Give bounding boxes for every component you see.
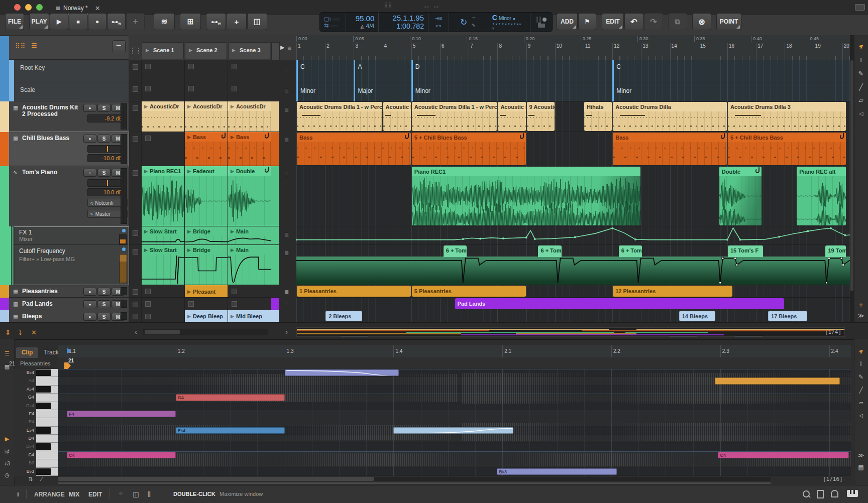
- undo-button[interactable]: ↶: [624, 13, 643, 30]
- arranger-clip[interactable]: Piano REC1: [412, 167, 641, 225]
- track-activity-icon[interactable]: ≣: [284, 65, 289, 72]
- track-header-padlands[interactable]: ▦Pad Lands●SM: [9, 298, 129, 310]
- arranger-play-icon[interactable]: ▶: [280, 44, 284, 51]
- grid-row-bleeps[interactable]: [296, 310, 850, 322]
- launcher-clip[interactable]: ▶AcousticDr: [185, 101, 228, 132]
- file-icon[interactable]: [817, 490, 824, 498]
- mode-edit[interactable]: EDIT: [88, 491, 102, 498]
- launcher-clip[interactable]: ▶Bass: [228, 132, 271, 166]
- vertical-zoom-icon[interactable]: ⇅: [28, 476, 33, 482]
- edit-menu-button[interactable]: EDIT: [602, 13, 624, 30]
- launcher-clip[interactable]: ▶Bridge: [185, 226, 228, 245]
- stop-cell[interactable]: [129, 298, 142, 310]
- dual-display-button[interactable]: ◫: [247, 13, 267, 30]
- accidentals-icon[interactable]: ♭♯: [0, 448, 14, 455]
- key-section[interactable]: C Minor ● ∘•∘∘•∘•∘•• ▾: [488, 13, 531, 32]
- arranger-clip[interactable]: Hihats: [584, 102, 612, 131]
- track-activity-icon[interactable]: ≣: [284, 171, 289, 178]
- midi-note[interactable]: E♭4: [176, 427, 285, 434]
- key-marker-scale[interactable]: Major: [358, 87, 373, 94]
- piano-key-black[interactable]: [36, 427, 51, 434]
- automation-write-button[interactable]: ⊶w: [107, 13, 126, 30]
- piano-key-white[interactable]: [36, 394, 58, 402]
- loop-section[interactable]: ↻ ⌒∿: [449, 13, 488, 32]
- file-menu-button[interactable]: FILE: [5, 13, 24, 30]
- arranger-clip[interactable]: 15 Tom's F: [728, 245, 763, 257]
- close-tab-icon[interactable]: ✕: [95, 5, 100, 12]
- punch-section[interactable]: ▢ı ⇆: [320, 13, 346, 32]
- point-button[interactable]: POINT: [716, 13, 741, 30]
- record-arm-button[interactable]: ●: [83, 288, 96, 296]
- key-marker-scale[interactable]: Minor: [300, 87, 315, 94]
- show-automation-button[interactable]: ⊶: [113, 40, 126, 52]
- track-activity-icon[interactable]: ≣: [284, 137, 289, 144]
- vscroll-thumb[interactable]: [850, 60, 853, 291]
- clip-play-icon[interactable]: ▶: [187, 135, 191, 140]
- mode-arrange[interactable]: ARRANGE: [34, 491, 65, 498]
- info-icon[interactable]: i: [17, 490, 19, 498]
- scene-header[interactable]: ▶Scene 1: [142, 42, 184, 59]
- editor-zoom-line[interactable]: [58, 482, 771, 484]
- launcher-clip[interactable]: ▶Main: [228, 245, 271, 285]
- midi-note[interactable]: [715, 378, 840, 384]
- midi-note[interactable]: F4: [67, 411, 176, 417]
- clip-slot[interactable]: [142, 298, 185, 310]
- track-header-drums[interactable]: ▦Acoustic Drums Kit 2 Processed●SM-9.2 d…: [9, 101, 129, 132]
- grid-row-rootkey[interactable]: [296, 60, 850, 82]
- track-header-pleasantries[interactable]: ▦Pleasantries●SM: [9, 285, 129, 298]
- clip-slot[interactable]: [142, 285, 185, 298]
- redo-button[interactable]: ↷: [644, 13, 663, 30]
- piano-key-white[interactable]: [36, 451, 58, 459]
- track-activity-icon[interactable]: ≣: [284, 106, 289, 113]
- launcher-clip[interactable]: ▶Deep Bleep: [185, 310, 228, 322]
- arranger-clip[interactable]: 6 + Tom: [538, 245, 562, 257]
- piano-keyboard-icon[interactable]: [847, 490, 858, 497]
- hscroll-thumb[interactable]: [145, 330, 180, 334]
- time-select-tool-icon[interactable]: I: [854, 56, 868, 64]
- solo-button[interactable]: S: [97, 169, 111, 177]
- duplicate-button[interactable]: ⧉: [668, 13, 687, 30]
- clip-slot[interactable]: [142, 60, 185, 82]
- arranger-clip[interactable]: 14 Bleeps: [679, 311, 715, 321]
- arranger-clip[interactable]: Pad Lands: [455, 298, 785, 309]
- stop-button[interactable]: ■: [69, 13, 87, 30]
- pen-tool-icon[interactable]: ✎: [854, 70, 868, 77]
- midi-note[interactable]: G4: [176, 394, 285, 401]
- arranger-clip[interactable]: Acoustic Drums Dilla: [613, 102, 727, 131]
- clip-play-icon[interactable]: ▶: [144, 169, 148, 174]
- clip-play-icon[interactable]: ▶: [231, 135, 234, 140]
- knife-tool-icon[interactable]: ╱: [854, 387, 868, 394]
- editor-grid-row[interactable]: [58, 410, 851, 418]
- tempo-section[interactable]: 95.00 ◭ 4/4: [346, 13, 379, 32]
- marker-button[interactable]: ⚑: [578, 13, 596, 30]
- play-pointer-icon[interactable]: ▶: [0, 436, 14, 442]
- launcher-clip[interactable]: ▶Fadeout: [185, 166, 228, 226]
- stop-cell[interactable]: [129, 285, 142, 298]
- arranger-clip[interactable]: 5 Pleasantries: [412, 286, 526, 297]
- clip-slot[interactable]: [185, 60, 228, 82]
- clip-play-icon[interactable]: ▶: [187, 289, 191, 294]
- arranger-clip[interactable]: Acoustic D: [383, 102, 411, 131]
- scene-header[interactable]: ▶Scene 2: [185, 42, 227, 59]
- piano-key-black[interactable]: [36, 369, 51, 376]
- lane-header-fx1[interactable]: FX 1Mixer: [14, 226, 129, 245]
- scroll-left-icon[interactable]: ‹: [135, 327, 137, 336]
- clip-slot[interactable]: [142, 132, 185, 166]
- clip-play-icon[interactable]: ▶: [187, 314, 191, 319]
- display-profile-icon[interactable]: [855, 4, 865, 11]
- piano-key-white[interactable]: [36, 435, 58, 443]
- scene-header[interactable]: ▶Scene 3: [228, 42, 270, 59]
- clip-play-icon[interactable]: ▶: [187, 104, 191, 109]
- arranger-clip[interactable]: 17 Bleeps: [768, 311, 807, 321]
- clip-play-icon[interactable]: ▶: [231, 247, 234, 253]
- piano-key-black[interactable]: [36, 403, 51, 409]
- editor-play-start-marker[interactable]: [67, 348, 71, 354]
- clip-slot[interactable]: [228, 60, 271, 82]
- track-activity-icon[interactable]: ≣: [284, 313, 289, 320]
- time-select-tool-icon[interactable]: I: [854, 360, 868, 367]
- clear-icon[interactable]: ✕: [31, 329, 37, 336]
- play-button[interactable]: ▶: [50, 13, 68, 30]
- key-marker-scale[interactable]: Minor: [616, 87, 631, 94]
- editor-grid-row[interactable]: [58, 468, 851, 476]
- arranger-clip[interactable]: Acoustic Drums Dilla 1 - w Perc: [412, 102, 497, 131]
